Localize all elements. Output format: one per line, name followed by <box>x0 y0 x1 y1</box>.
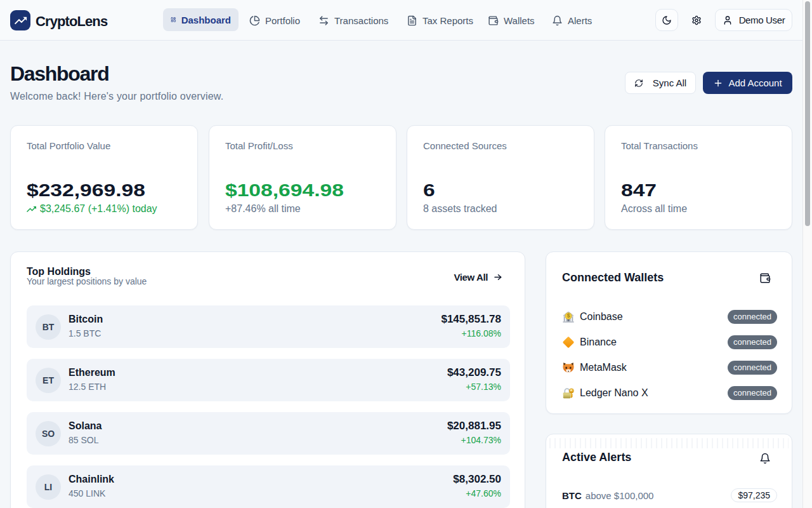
svg-text:$: $ <box>567 312 570 319</box>
